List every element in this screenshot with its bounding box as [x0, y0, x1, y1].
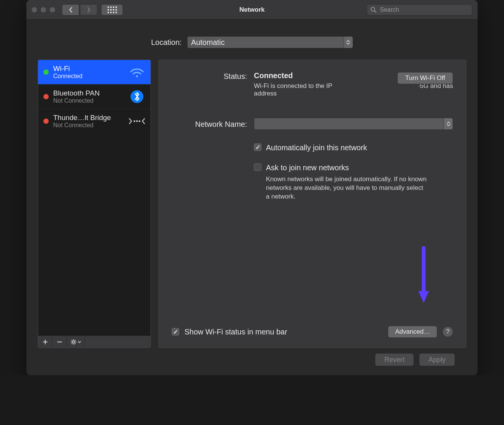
status-dot-icon — [43, 119, 49, 124]
service-status: Not Connected — [53, 122, 124, 129]
back-button[interactable] — [62, 4, 79, 15]
location-value: Automatic — [191, 38, 225, 47]
service-name: Bluetooth PAN — [53, 89, 124, 97]
location-select[interactable]: Automatic — [187, 36, 353, 48]
show-all-button[interactable] — [101, 4, 123, 15]
location-label: Location: — [151, 38, 181, 47]
service-list: Wi-Fi Connected — [38, 60, 151, 336]
gear-icon — [71, 339, 77, 345]
status-subtext: Wi-Fi is connected to the IP address ·5G… — [254, 82, 453, 97]
status-sub-right: ·5G and has — [418, 82, 453, 97]
svg-line-15 — [71, 343, 72, 344]
help-button[interactable]: ? — [443, 326, 453, 337]
revert-button[interactable]: Revert — [375, 353, 414, 366]
service-text: Thunde…lt Bridge Not Connected — [53, 114, 124, 129]
annotation-arrow-icon — [416, 246, 431, 306]
advanced-button[interactable]: Advanced… — [388, 326, 437, 338]
svg-point-4 — [134, 120, 135, 122]
ask-join-help: Known networks will be joined automatica… — [266, 175, 428, 201]
close-window-button[interactable] — [32, 7, 37, 12]
svg-point-7 — [72, 341, 75, 343]
ask-join-checkbox[interactable] — [254, 163, 261, 171]
network-name-label: Network Name: — [172, 119, 247, 129]
auto-join-checkbox[interactable] — [254, 143, 261, 151]
network-preferences-window: Network Location: Automatic — [26, 0, 478, 375]
traffic-lights — [32, 7, 55, 12]
chevron-down-icon — [78, 341, 81, 343]
status-label: Status: — [172, 71, 247, 97]
columns: Wi-Fi Connected — [38, 60, 466, 348]
service-text: Wi-Fi Connected — [53, 65, 124, 80]
remove-service-button[interactable] — [52, 336, 67, 348]
svg-line-12 — [71, 340, 72, 340]
window-title: Network — [239, 6, 264, 14]
minus-icon — [57, 339, 62, 345]
grid-icon — [108, 6, 117, 13]
service-item-thunderbolt[interactable]: Thunde…lt Bridge Not Connected — [38, 109, 151, 133]
ask-join-label: Ask to join new networks — [266, 163, 349, 172]
add-service-button[interactable] — [38, 336, 52, 348]
select-handle-icon — [344, 37, 353, 48]
question-icon: ? — [446, 328, 449, 336]
status-dot-icon — [43, 69, 49, 75]
bluetooth-icon — [129, 90, 145, 103]
service-actions-button[interactable] — [67, 336, 85, 348]
chevron-right-icon — [87, 7, 91, 13]
detail-footer: Show Wi-Fi status in menu bar Advanced… … — [172, 326, 453, 338]
select-handle-icon — [444, 118, 453, 129]
auto-join-label: Automatically join this network — [266, 143, 367, 152]
ask-join-row: Ask to join new networks — [254, 163, 453, 172]
service-sidebar: Wi-Fi Connected — [38, 60, 151, 348]
search-icon — [370, 7, 376, 13]
bottom-bar: Revert Apply — [38, 348, 466, 366]
wifi-icon — [129, 66, 145, 78]
menubar-label: Show Wi-Fi status in menu bar — [184, 328, 287, 336]
sidebar-footer — [38, 336, 151, 348]
service-name: Wi-Fi — [53, 65, 124, 73]
nav-group — [62, 4, 97, 15]
status-dot-icon — [43, 94, 49, 99]
svg-point-5 — [136, 120, 138, 122]
window-body: Location: Automatic Wi-Fi Connected — [26, 20, 478, 375]
svg-line-13 — [75, 343, 75, 344]
svg-line-14 — [75, 340, 75, 340]
service-name: Thunde…lt Bridge — [53, 114, 124, 122]
plus-icon — [43, 339, 48, 345]
detail-panel: Turn Wi-Fi Off Status: Connected Wi-Fi i… — [158, 60, 466, 348]
menubar-checkbox[interactable] — [172, 328, 179, 336]
svg-point-6 — [138, 120, 140, 122]
svg-point-2 — [136, 75, 138, 77]
search-wrap — [367, 4, 472, 15]
auto-join-row: Automatically join this network — [254, 143, 453, 152]
apply-button[interactable]: Apply — [419, 353, 455, 366]
zoom-window-button[interactable] — [50, 7, 55, 12]
forward-button[interactable] — [80, 4, 97, 15]
status-sub-left: Wi-Fi is connected to the IP address — [254, 82, 333, 97]
network-name-row: Network Name: — [172, 118, 453, 130]
service-status: Connected — [53, 73, 124, 80]
location-row: Location: Automatic — [38, 36, 466, 48]
svg-line-1 — [375, 11, 376, 12]
status-value: Connected — [254, 71, 293, 80]
chevron-left-icon — [69, 7, 73, 13]
service-item-wifi[interactable]: Wi-Fi Connected — [38, 60, 151, 84]
network-name-select[interactable] — [254, 118, 453, 130]
minimize-window-button[interactable] — [41, 7, 46, 12]
search-input[interactable] — [367, 4, 472, 15]
service-item-bluetooth[interactable]: Bluetooth PAN Not Connected — [38, 84, 151, 109]
service-status: Not Connected — [53, 97, 124, 104]
thunderbolt-bridge-icon — [129, 115, 145, 127]
service-text: Bluetooth PAN Not Connected — [53, 89, 124, 104]
wifi-toggle-button[interactable]: Turn Wi-Fi Off — [397, 72, 453, 84]
titlebar: Network — [26, 0, 478, 20]
